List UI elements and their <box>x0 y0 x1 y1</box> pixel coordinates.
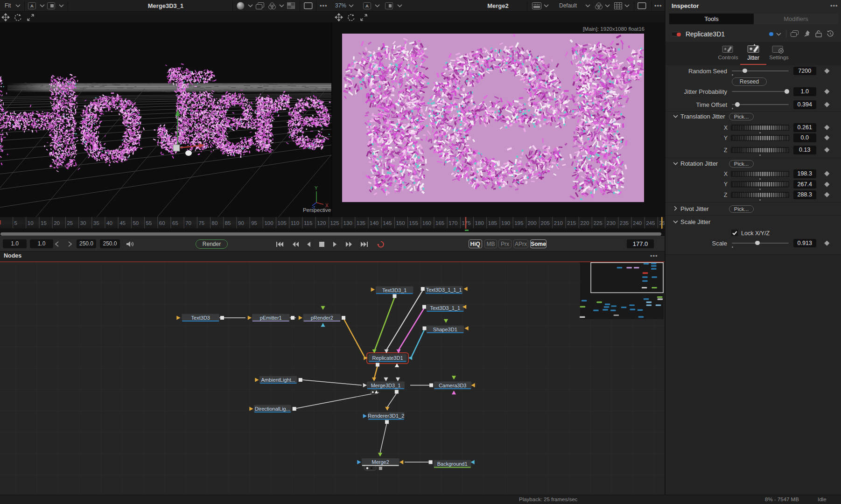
svg-text:245: 245 <box>646 220 655 226</box>
svg-text:100: 100 <box>264 220 273 226</box>
svg-text:150: 150 <box>396 220 405 226</box>
svg-text:Merge3D3_1: Merge3D3_1 <box>371 383 401 388</box>
svg-text:Text3D3_1_1_1: Text3D3_1_1_1 <box>426 287 462 293</box>
svg-text:105: 105 <box>278 220 287 226</box>
svg-text:55: 55 <box>146 220 152 226</box>
svg-text:240: 240 <box>633 220 642 226</box>
svg-text:35: 35 <box>93 220 99 226</box>
svg-text:Shape3D1: Shape3D1 <box>433 327 457 332</box>
svg-text:25: 25 <box>67 220 73 226</box>
svg-text:45: 45 <box>119 220 126 226</box>
svg-text:95: 95 <box>251 220 257 226</box>
svg-text:220: 220 <box>580 220 589 226</box>
svg-text:80: 80 <box>212 220 218 226</box>
svg-text:180: 180 <box>475 220 484 226</box>
svg-text:Camera3D3: Camera3D3 <box>439 383 466 388</box>
svg-text:130: 130 <box>343 220 352 226</box>
svg-text:40: 40 <box>106 220 112 226</box>
svg-text:230: 230 <box>607 220 616 226</box>
svg-text:20: 20 <box>54 220 60 226</box>
svg-text:110: 110 <box>291 220 299 226</box>
svg-text:170: 170 <box>449 220 457 226</box>
svg-text:115: 115 <box>304 220 312 226</box>
svg-text:225: 225 <box>593 220 602 226</box>
svg-text:Text3D3_1_1: Text3D3_1_1 <box>430 305 460 311</box>
svg-text:235: 235 <box>620 220 629 226</box>
svg-text:125: 125 <box>330 220 339 226</box>
svg-text:145: 145 <box>383 220 392 226</box>
svg-text:155: 155 <box>409 220 418 226</box>
svg-text:60: 60 <box>159 220 165 226</box>
svg-text:205: 205 <box>541 220 550 226</box>
svg-text:DirectionalLig...: DirectionalLig... <box>255 406 290 412</box>
svg-text:190: 190 <box>501 220 510 226</box>
svg-text:85: 85 <box>225 220 231 226</box>
svg-text:135: 135 <box>357 220 365 226</box>
svg-text:70: 70 <box>185 220 191 226</box>
svg-text:215: 215 <box>567 220 576 226</box>
svg-text:75: 75 <box>198 220 204 226</box>
svg-text:200: 200 <box>527 220 536 226</box>
svg-text:15: 15 <box>41 220 47 226</box>
svg-text:65: 65 <box>172 220 178 226</box>
svg-text:50: 50 <box>133 220 139 226</box>
svg-text:140: 140 <box>370 220 378 226</box>
svg-text:195: 195 <box>514 220 523 226</box>
svg-text:10: 10 <box>28 220 34 226</box>
svg-text:Perspective: Perspective <box>303 207 331 213</box>
svg-text:160: 160 <box>422 220 431 226</box>
svg-text:165: 165 <box>435 220 444 226</box>
svg-text:90: 90 <box>238 220 244 226</box>
svg-text:Text3D3_1: Text3D3_1 <box>382 287 407 293</box>
svg-text:Background1: Background1 <box>437 461 468 467</box>
svg-text:Merge2: Merge2 <box>372 459 389 465</box>
svg-text:5: 5 <box>14 220 17 226</box>
svg-text:pEmitter1: pEmitter1 <box>260 315 282 321</box>
svg-text:120: 120 <box>317 220 326 226</box>
svg-text:Replicate3D1: Replicate3D1 <box>372 355 403 361</box>
svg-text:Y: Y <box>315 186 318 191</box>
svg-text:[Main]: 1920x1080 float16: [Main]: 1920x1080 float16 <box>583 26 645 32</box>
svg-text:Renderer3D1_2: Renderer3D1_2 <box>368 413 404 419</box>
svg-text:30: 30 <box>80 220 86 226</box>
svg-text:Text3D3: Text3D3 <box>191 315 210 321</box>
svg-text:185: 185 <box>488 220 497 226</box>
svg-text:pRender2: pRender2 <box>311 315 333 321</box>
svg-text:210: 210 <box>554 220 563 226</box>
svg-text:AmbientLight...: AmbientLight... <box>261 377 295 383</box>
